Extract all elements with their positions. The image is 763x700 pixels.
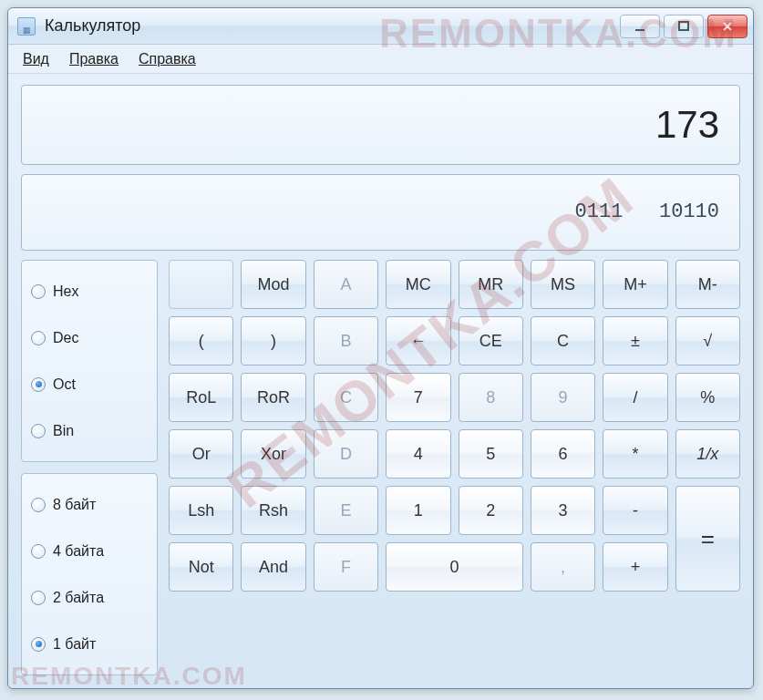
radio-dec-label: Dec	[53, 330, 78, 346]
clear-button[interactable]: C	[531, 316, 595, 365]
menubar: Вид Правка Справка	[8, 45, 753, 74]
digit-4-button[interactable]: 4	[386, 429, 450, 479]
controls-grid: Hex Dec Oct Bin 8 байт	[21, 260, 740, 675]
ror-button[interactable]: RoR	[241, 373, 305, 422]
digit-8-button[interactable]: 8	[459, 373, 523, 422]
digit-6-button[interactable]: 6	[531, 429, 595, 479]
rsh-button[interactable]: Rsh	[241, 486, 305, 535]
digit-7-button[interactable]: 7	[386, 373, 450, 422]
sqrt-button[interactable]: √	[675, 316, 740, 365]
mod-button[interactable]: Mod	[241, 260, 305, 309]
radio-hex[interactable]: Hex	[31, 276, 148, 307]
reciprocal-button[interactable]: 1/x	[675, 429, 740, 479]
radio-2byte[interactable]: 2 байта	[31, 582, 148, 613]
d-hex-button[interactable]: D	[314, 429, 378, 479]
or-button[interactable]: Or	[169, 429, 233, 479]
radio-dec-icon	[31, 331, 46, 345]
digit-2-button[interactable]: 2	[459, 486, 523, 535]
radio-8byte[interactable]: 8 байт	[31, 489, 148, 520]
subtract-button[interactable]: -	[603, 486, 667, 535]
app-icon: ▦	[17, 17, 36, 36]
radio-4byte-icon	[31, 544, 46, 559]
radio-hex-icon	[31, 284, 46, 299]
decimal-button[interactable]: ,	[531, 542, 595, 592]
plusminus-button[interactable]: ±	[603, 316, 667, 365]
radio-bin-icon	[31, 424, 46, 438]
mr-button[interactable]: MR	[459, 260, 523, 309]
radio-4byte[interactable]: 4 байта	[31, 536, 148, 567]
close-button[interactable]	[707, 15, 748, 38]
mminus-button[interactable]: M-	[675, 260, 740, 309]
ce-button[interactable]: CE	[459, 316, 523, 365]
rparen-button[interactable]: )	[241, 316, 305, 365]
b-button[interactable]: B	[314, 316, 378, 365]
backspace-button[interactable]: ←	[386, 316, 450, 365]
maximize-button[interactable]	[664, 15, 704, 38]
menu-view[interactable]: Вид	[23, 51, 49, 67]
radio-2byte-icon	[31, 591, 46, 605]
bit-line2: 0	[707, 200, 719, 225]
menu-edit[interactable]: Правка	[69, 51, 119, 67]
window-title: Калькулятор	[45, 16, 620, 36]
reciprocal-label: 1/x	[696, 445, 718, 464]
rol-button[interactable]: RoL	[169, 373, 233, 422]
c-hex-button[interactable]: C	[314, 373, 378, 422]
base-panel: Hex Dec Oct Bin	[21, 260, 158, 462]
menu-help[interactable]: Справка	[139, 51, 196, 67]
lsh-button[interactable]: Lsh	[169, 486, 233, 535]
mc-button[interactable]: MC	[386, 260, 450, 309]
radio-8byte-label: 8 байт	[53, 497, 96, 513]
digit-9-button[interactable]: 9	[531, 373, 595, 422]
menu-edit-label: Правка	[69, 51, 119, 67]
percent-button[interactable]: %	[675, 373, 740, 422]
word-size-panel: 8 байт 4 байта 2 байта 1 байт	[21, 473, 158, 675]
radio-4byte-label: 4 байта	[53, 543, 104, 560]
multiply-button[interactable]: *	[603, 429, 667, 479]
radio-hex-label: Hex	[53, 283, 78, 300]
equals-button[interactable]: =	[675, 486, 740, 592]
a-button[interactable]: A	[314, 260, 378, 309]
menu-view-label: Вид	[23, 51, 49, 67]
digit-5-button[interactable]: 5	[459, 429, 523, 479]
button-grid: Mod A MC MR MS M+ M- ( ) B ← CE C ± √ Ro…	[169, 260, 740, 675]
titlebar[interactable]: ▦ Калькулятор	[8, 8, 753, 45]
radio-1byte[interactable]: 1 байт	[31, 629, 148, 660]
ms-button[interactable]: MS	[531, 260, 595, 309]
divide-button[interactable]: /	[603, 373, 667, 422]
add-button[interactable]: +	[603, 542, 667, 592]
window-controls	[620, 15, 748, 38]
radio-8byte-icon	[31, 498, 46, 512]
mplus-button[interactable]: M+	[603, 260, 667, 309]
bit-display: 0111 1011 0	[21, 174, 740, 251]
minimize-button[interactable]	[620, 15, 660, 38]
bit-line1: 0111 1011	[575, 200, 707, 225]
display-value: 173	[655, 103, 719, 147]
not-button[interactable]: Not	[169, 542, 233, 592]
radio-oct[interactable]: Oct	[31, 369, 148, 400]
radio-2byte-label: 2 байта	[53, 590, 104, 606]
display: 173	[21, 85, 740, 165]
radio-bin[interactable]: Bin	[31, 416, 148, 447]
radio-bin-label: Bin	[53, 423, 74, 439]
digit-1-button[interactable]: 1	[386, 486, 450, 535]
menu-help-label: Справка	[139, 51, 196, 67]
radio-oct-icon	[31, 377, 46, 392]
calculator-window: ▦ Калькулятор Вид Правка Справка 173 011…	[7, 7, 754, 689]
svg-rect-1	[679, 22, 688, 30]
digit-3-button[interactable]: 3	[531, 486, 595, 535]
and-button[interactable]: And	[241, 542, 305, 592]
lparen-button[interactable]: (	[169, 316, 233, 365]
radio-1byte-label: 1 байт	[53, 636, 96, 653]
radio-1byte-icon	[31, 637, 46, 652]
radio-dec[interactable]: Dec	[31, 323, 148, 354]
radio-oct-label: Oct	[53, 376, 76, 393]
f-hex-button[interactable]: F	[314, 542, 378, 592]
digit-0-button[interactable]: 0	[386, 542, 523, 592]
blank-button	[169, 260, 233, 309]
e-hex-button[interactable]: E	[314, 486, 378, 535]
client-area: 173 0111 1011 0 Hex Dec Oct	[8, 74, 753, 688]
xor-button[interactable]: Xor	[241, 429, 305, 479]
svg-rect-0	[635, 29, 644, 31]
